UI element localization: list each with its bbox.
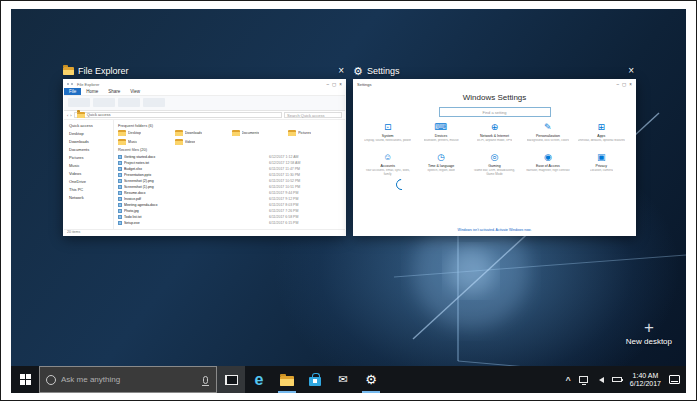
taskview-thumbnail-settings[interactable]: ⚙ Settings × Settings – ▢ × Windows Sett…: [353, 64, 636, 236]
update-security-icon: [394, 177, 409, 192]
mail-icon: ✉: [338, 374, 347, 385]
fe-window-caption: File Explorer: [77, 82, 99, 87]
fe-file-tab: File: [64, 88, 81, 95]
file-icon: [118, 197, 122, 201]
taskbar-file-explorer-button[interactable]: [273, 366, 301, 393]
fe-nav-item: Desktop: [69, 130, 113, 138]
task-view-icon: [225, 375, 238, 385]
settings-preview[interactable]: Settings – ▢ × Windows Settings Find a s…: [353, 79, 636, 236]
ribbon-group: [118, 98, 140, 107]
file-row: Setup.exe 6/11/2017 6:15 PM: [118, 220, 341, 226]
fe-ribbon-tab: Home: [81, 88, 103, 95]
new-desktop-button[interactable]: + New desktop: [626, 319, 672, 346]
settings-category-grid: ⊡ System Display, sound, notifications, …: [354, 120, 635, 177]
windows-logo-icon: [20, 374, 31, 385]
fe-nav-item: Network: [69, 194, 113, 202]
close-icon: ×: [629, 82, 632, 87]
folder-tile: Music: [118, 139, 171, 145]
fe-nav-item: This PC: [69, 186, 113, 194]
fe-ribbon-tabs: File HomeShareView: [64, 88, 345, 96]
settings-gear-icon: ⚙: [353, 66, 363, 77]
fe-nav-item: OneDrive: [69, 178, 113, 186]
minimize-icon: –: [617, 82, 620, 87]
fe-window-controls: – ▢ ×: [327, 82, 342, 87]
fe-nav-item: Videos: [69, 170, 113, 178]
folder-icon: [77, 112, 85, 118]
thumbnail-title: Settings: [367, 66, 400, 76]
action-center-icon[interactable]: [669, 375, 680, 384]
file-icon: [118, 179, 122, 183]
search-input[interactable]: [61, 375, 198, 384]
ribbon-group: [93, 98, 115, 107]
taskbar-mail-button[interactable]: ✉: [329, 366, 357, 393]
folder-icon: [118, 130, 126, 136]
settings-category: ⊕ Network & Internet Wi-Fi, airplane mod…: [469, 122, 520, 147]
system-tray: ^ 1:40 AM 6/12/2017: [560, 366, 686, 393]
fe-nav-item: Pictures: [69, 154, 113, 162]
taskbar-clock[interactable]: 1:40 AM 6/12/2017: [630, 372, 661, 388]
store-icon: [309, 377, 321, 386]
network-icon[interactable]: [579, 376, 588, 383]
settings-category-icon: ◉: [544, 152, 552, 163]
close-file-explorer-button[interactable]: ×: [336, 66, 346, 76]
fe-nav-item: Quick access: [69, 122, 113, 130]
fe-address-bar: ‹ › Quick access Search Quick access: [64, 111, 345, 120]
fe-files-section-label: Recent files (20): [118, 147, 341, 152]
folder-tile: Desktop: [118, 130, 171, 136]
taskbar-store-button[interactable]: [301, 366, 329, 393]
fe-ribbon-tab: View: [125, 88, 145, 95]
cortana-search-box[interactable]: [39, 366, 217, 393]
close-icon: ×: [339, 82, 342, 87]
quick-access-toolbar-icon: [67, 83, 69, 85]
settings-category: ⊡ System Display, sound, notifications, …: [362, 122, 413, 147]
file-icon: [118, 191, 122, 195]
taskview-thumbnail-file-explorer[interactable]: File Explorer × File Explorer – ▢ × File: [63, 64, 346, 236]
settings-category: ◉ Ease of Access Narrator, magnifier, hi…: [522, 152, 573, 177]
taskbar-edge-button[interactable]: e: [245, 366, 273, 393]
fe-body: Quick accessDesktopDownloadsDocumentsPic…: [64, 120, 345, 229]
edge-icon: e: [255, 372, 264, 388]
file-icon: [118, 173, 122, 177]
microphone-icon[interactable]: [203, 376, 208, 384]
folder-icon: [118, 139, 126, 145]
start-button[interactable]: [11, 366, 39, 393]
folder-tile: Downloads: [175, 130, 228, 136]
quick-access-toolbar-icon: [71, 83, 73, 85]
settings-window-caption: Settings: [357, 82, 371, 87]
fe-content-pane: Frequent folders (6) Desktop: [114, 120, 345, 229]
maximize-icon: ▢: [622, 82, 626, 87]
thumbnail-title: File Explorer: [78, 66, 129, 76]
thumbnail-header: File Explorer ×: [63, 64, 346, 78]
battery-icon[interactable]: [612, 377, 622, 382]
task-view-button[interactable]: [217, 366, 245, 393]
tray-overflow-chevron[interactable]: ^: [566, 375, 571, 385]
screenshot-frame: File Explorer × File Explorer – ▢ × File: [0, 0, 697, 401]
close-settings-button[interactable]: ×: [626, 66, 636, 76]
clock-date: 6/12/2017: [630, 380, 661, 388]
plus-icon: +: [644, 319, 654, 336]
fe-nav-item: Downloads: [69, 138, 113, 146]
minimize-icon: –: [327, 82, 330, 87]
volume-icon[interactable]: [596, 377, 604, 383]
settings-category: ☺ Accounts Your accounts, email, sync, w…: [362, 152, 413, 177]
fe-folders-section-label: Frequent folders (6): [118, 123, 341, 128]
ribbon-group: [143, 98, 165, 107]
folder-icon: [232, 130, 240, 136]
fe-nav-item: Documents: [69, 146, 113, 154]
taskbar-settings-button[interactable]: ⚙: [357, 366, 385, 393]
store-flag-icon: [313, 379, 317, 383]
forward-icon: ›: [70, 113, 71, 118]
folder-icon: [175, 139, 183, 145]
windows-settings-heading: Windows Settings: [354, 93, 635, 102]
file-icon: [118, 215, 122, 219]
thumbnail-header: ⚙ Settings ×: [353, 64, 636, 78]
fe-search-box: Search Quick access: [284, 112, 342, 118]
ribbon-group: [68, 98, 90, 107]
fe-breadcrumb: Quick access: [74, 112, 282, 118]
file-explorer-preview[interactable]: File Explorer – ▢ × File HomeShareView: [63, 79, 346, 236]
settings-category: ✎ Personalization Background, lock scree…: [522, 122, 573, 147]
fe-status-bar: 20 items: [64, 229, 345, 235]
new-desktop-label: New desktop: [626, 337, 672, 346]
taskbar-spacer: [385, 366, 560, 393]
settings-category-icon: ⊕: [491, 122, 499, 133]
